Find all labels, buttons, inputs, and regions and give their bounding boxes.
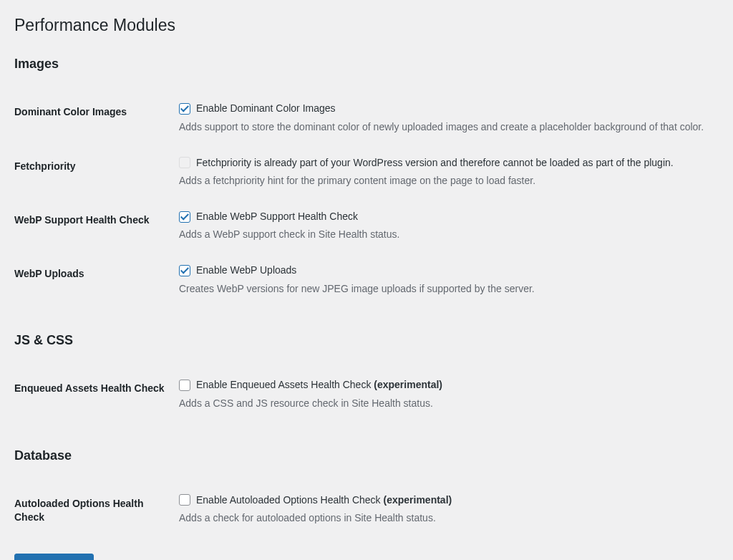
enqueued-assets-checkbox-label[interactable]: Enable Enqueued Assets Health Check (exp… <box>196 378 442 392</box>
row-label-webp-uploads: WebP Uploads <box>14 253 172 306</box>
enqueued-assets-checkbox[interactable] <box>179 380 190 391</box>
fetchpriority-checkbox <box>179 157 190 168</box>
fetchpriority-checkbox-label: Fetchpriority is already part of your Wo… <box>196 156 674 170</box>
autoloaded-checkbox[interactable] <box>179 494 190 506</box>
images-table: Dominant Color Images Enable Dominant Co… <box>14 91 719 306</box>
row-label-webp-health: WebP Support Health Check <box>14 199 172 253</box>
section-heading-jscss: JS & CSS <box>14 332 719 349</box>
row-label-fetchpriority: Fetchpriority <box>14 145 172 199</box>
autoloaded-label-text: Enable Autoloaded Options Health Check <box>196 494 384 506</box>
enqueued-assets-experimental-tag: (experimental) <box>374 379 442 390</box>
jscss-table: Enqueued Assets Health Check Enable Enqu… <box>14 367 719 421</box>
section-heading-database: Database <box>14 447 719 465</box>
autoloaded-checkbox-label[interactable]: Enable Autoloaded Options Health Check (… <box>196 493 452 508</box>
webp-health-checkbox[interactable] <box>179 211 190 223</box>
row-label-dominant-color: Dominant Color Images <box>14 91 172 145</box>
database-table: Autoloaded Options Health Check Enable A… <box>14 483 719 539</box>
row-label-enqueued-assets: Enqueued Assets Health Check <box>14 367 172 421</box>
dominant-color-description: Adds support to store the dominant color… <box>179 120 712 135</box>
webp-health-description: Adds a WebP support check in Site Health… <box>179 228 712 242</box>
save-changes-button[interactable]: Save Changes <box>14 554 94 560</box>
section-heading-images: Images <box>14 55 719 73</box>
webp-uploads-description: Creates WebP versions for new JPEG image… <box>179 282 712 296</box>
page-title: Performance Modules <box>14 7 719 39</box>
fetchpriority-description: Adds a fetchpriority hint for the primar… <box>179 174 712 188</box>
dominant-color-checkbox-label[interactable]: Enable Dominant Color Images <box>196 102 336 116</box>
webp-health-checkbox-label[interactable]: Enable WebP Support Health Check <box>196 210 358 224</box>
dominant-color-checkbox[interactable] <box>179 103 190 115</box>
autoloaded-experimental-tag: (experimental) <box>384 494 452 506</box>
enqueued-assets-description: Adds a CSS and JS resource check in Site… <box>179 397 712 411</box>
autoloaded-description: Adds a check for autoloaded options in S… <box>179 511 712 526</box>
row-label-autoloaded: Autoloaded Options Health Check <box>14 483 172 539</box>
enqueued-assets-label-text: Enable Enqueued Assets Health Check <box>196 379 374 390</box>
webp-uploads-checkbox[interactable] <box>179 265 190 276</box>
webp-uploads-checkbox-label[interactable]: Enable WebP Uploads <box>196 264 296 278</box>
